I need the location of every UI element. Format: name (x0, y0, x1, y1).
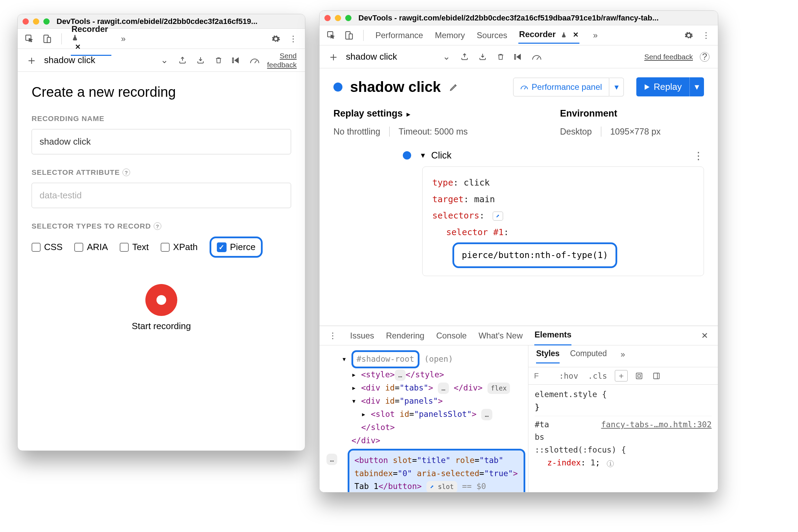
selector-attribute-input[interactable]: data-testid (32, 183, 291, 208)
step-over-icon[interactable] (513, 51, 524, 62)
tab-recorder[interactable]: Recorder ✕ (518, 27, 579, 44)
kebab-menu-icon[interactable]: ⋮ (701, 30, 712, 41)
drawer-menu-icon[interactable]: ⋮ (327, 330, 338, 341)
export-icon[interactable] (177, 55, 188, 66)
help-icon[interactable]: ? (154, 222, 161, 230)
recording-menu-chevron-icon[interactable]: ⌄ (159, 55, 170, 66)
inspect-icon[interactable] (326, 30, 337, 41)
performance-panel-menu[interactable]: ▾ (609, 78, 624, 96)
checkbox-css[interactable]: CSS (32, 242, 62, 252)
dom-tree[interactable]: ▾ #shadow-root (open) ▸ <style>…</style>… (320, 345, 528, 492)
kebab-menu-icon[interactable]: ⋮ (288, 33, 299, 44)
tab-label: Recorder (71, 24, 108, 34)
new-recording-icon[interactable]: ＋ (328, 51, 339, 62)
checkbox-xpath[interactable]: XPath (161, 242, 198, 252)
styles-filter-input[interactable] (534, 371, 551, 380)
replay-button[interactable]: Replay ▾ (636, 77, 704, 96)
drawer-tab-elements[interactable]: Elements (534, 326, 571, 345)
drawer-tab-issues[interactable]: Issues (350, 331, 374, 341)
edit-title-icon[interactable] (448, 81, 459, 93)
tab-recorder[interactable]: Recorder ✕ (71, 22, 111, 56)
source-link[interactable]: fancy-tabs-…mo.html:302 (601, 418, 712, 431)
close-window-icon[interactable] (324, 15, 331, 21)
record-button[interactable] (145, 284, 177, 316)
info-icon[interactable]: i (607, 460, 614, 467)
tab-styles[interactable]: Styles (536, 349, 560, 363)
svg-rect-7 (515, 54, 516, 59)
more-tabs-icon[interactable]: » (590, 30, 601, 41)
export-icon[interactable] (459, 51, 470, 62)
help-icon[interactable]: ? (700, 52, 710, 62)
more-styles-tabs-icon[interactable]: » (617, 349, 628, 360)
speed-icon[interactable] (531, 51, 542, 62)
zoom-window-icon[interactable] (345, 15, 351, 21)
dom-selected-highlight: <button slot="title" role="tab" tabindex… (348, 449, 525, 492)
replay-settings-heading[interactable]: Replay settings ▸ (333, 108, 539, 119)
svg-rect-6 (349, 34, 353, 39)
computed-styles-icon[interactable] (633, 371, 645, 380)
recorder-toolbar: ＋ shadow click ⌄ Send feedback ? (320, 45, 718, 68)
close-window-icon[interactable] (23, 18, 29, 25)
devtools-window-right: DevTools - rawgit.com/ebidel/2d2bb0cdec3… (319, 10, 718, 492)
recording-title: shadow click (350, 79, 441, 95)
recording-name[interactable]: shadow click (44, 55, 152, 66)
recording-name[interactable]: shadow click (346, 51, 434, 62)
selector-types-row: CSS ARIA Text XPath ✓ Pierce (32, 237, 291, 258)
checkbox-aria[interactable]: ARIA (74, 242, 108, 252)
tab-sources[interactable]: Sources (476, 28, 508, 43)
checkbox-text[interactable]: Text (120, 242, 149, 252)
help-icon[interactable]: ? (122, 169, 130, 176)
titlebar: DevTools - rawgit.com/ebidel/2d2bb0cdec3… (320, 11, 718, 25)
device-mode-icon[interactable] (343, 30, 354, 41)
new-rule-icon[interactable]: ＋ (615, 370, 628, 381)
import-icon[interactable] (195, 55, 206, 66)
delete-icon[interactable] (213, 55, 224, 66)
speed-icon[interactable] (249, 55, 260, 66)
send-feedback-link[interactable]: Send feedback (267, 51, 297, 69)
tab-computed[interactable]: Computed (570, 349, 607, 363)
recording-menu-chevron-icon[interactable]: ⌄ (441, 51, 452, 62)
cls-toggle[interactable]: .cls (586, 371, 609, 381)
step-over-icon[interactable] (231, 55, 242, 66)
record-caption: Start recording (32, 321, 291, 332)
hov-toggle[interactable]: :hov (557, 371, 580, 381)
recording-name-input[interactable]: shadow click (32, 129, 291, 154)
tab-performance[interactable]: Performance (375, 28, 424, 43)
main-toolbar: Recorder ✕ » ⋮ (18, 29, 305, 49)
close-tab-icon[interactable]: ✕ (75, 43, 81, 51)
settings-gear-icon[interactable] (683, 30, 694, 41)
send-feedback-link[interactable]: Send feedback (644, 53, 693, 61)
new-recording-icon[interactable]: ＋ (26, 55, 37, 66)
selector-value-highlight[interactable]: pierce/button:nth-of-type(1) (452, 242, 617, 268)
recorder-toolbar: ＋ shadow click ⌄ Send feedback (18, 49, 305, 72)
chevron-right-icon: ▸ (407, 110, 410, 118)
performance-panel-button[interactable]: Performance panel ▾ (513, 78, 624, 96)
devtools-window-left: DevTools - rawgit.com/ebidel/2d2bb0cdec3… (17, 14, 305, 451)
flask-icon (561, 32, 567, 38)
close-drawer-icon[interactable]: ✕ (699, 330, 710, 341)
minimize-window-icon[interactable] (335, 15, 341, 21)
delete-icon[interactable] (495, 51, 506, 62)
inspect-inline-icon[interactable]: ⬈ (493, 212, 503, 221)
step-header[interactable]: ▼ Click ⋮ (403, 150, 704, 161)
settings-gear-icon[interactable] (270, 33, 281, 44)
checkbox-pierce[interactable]: ✓ Pierce (217, 242, 256, 252)
drawer-tab-rendering[interactable]: Rendering (386, 331, 424, 341)
import-icon[interactable] (477, 51, 488, 62)
drawer-tabs: ⋮ Issues Rendering Console What's New El… (320, 326, 718, 345)
minimize-window-icon[interactable] (33, 18, 39, 25)
drawer: ⋮ Issues Rendering Console What's New El… (320, 326, 718, 492)
device-mode-icon[interactable] (41, 33, 52, 44)
step-menu-icon[interactable]: ⋮ (693, 150, 704, 161)
styles-rules[interactable]: element.style { } fancy-tabs-…mo.html:30… (528, 385, 718, 473)
zoom-window-icon[interactable] (43, 18, 50, 25)
tab-memory[interactable]: Memory (434, 28, 466, 43)
selector-attribute-label: SELECTOR ATTRIBUTE ? (32, 168, 291, 177)
close-tab-icon[interactable]: ✕ (573, 31, 579, 38)
sidebar-toggle-icon[interactable] (651, 371, 662, 380)
inspect-icon[interactable] (24, 33, 35, 44)
replay-menu[interactable]: ▾ (689, 77, 704, 96)
drawer-tab-console[interactable]: Console (436, 331, 467, 341)
more-tabs-icon[interactable]: » (118, 33, 129, 44)
settings-row: Replay settings ▸ No throttling Timeout:… (333, 108, 704, 137)
